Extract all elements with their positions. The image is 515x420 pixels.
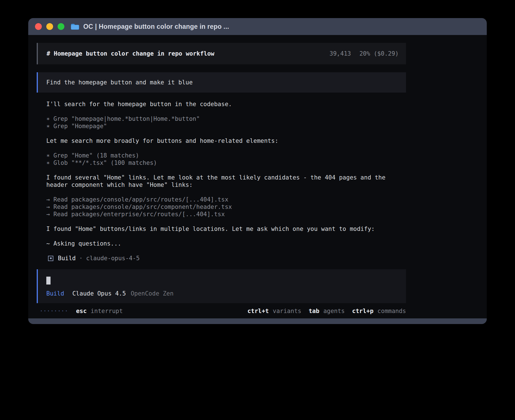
status-left: ········ esc interrupt <box>37 308 123 314</box>
provider-label: OpenCode Zen <box>131 290 174 297</box>
tool-call-group-grep-1: ∗ Grep "homepage|home.*button|Home.*butt… <box>46 115 478 130</box>
model-name-label: Claude Opus 4.5 <box>72 290 126 297</box>
agent-mode-label: Build <box>46 290 64 297</box>
text-cursor <box>46 277 51 285</box>
titlebar[interactable]: OC | Homepage button color change in rep… <box>28 18 487 35</box>
agent-model: claude-opus-4-5 <box>86 255 140 262</box>
assistant-text: Let me search more broadly for buttons a… <box>46 137 478 145</box>
assistant-text: I found "Home" buttons/links in multiple… <box>46 225 405 233</box>
token-count: 39,413 <box>329 50 351 57</box>
context-cost: 20% ($0.29) <box>359 50 399 57</box>
agent-separator: · <box>79 255 83 262</box>
keyboard-hints: ctrl+tvariants tabagents ctrl+pcommands <box>247 308 406 314</box>
assistant-response: I'll search for the homepage button in t… <box>37 100 478 262</box>
tool-call-read: → Read packages/console/app/src/componen… <box>46 203 478 211</box>
session-content: # Homepage button color change in repo w… <box>28 35 487 314</box>
hint-label: variants <box>273 308 301 314</box>
close-button[interactable] <box>35 23 42 30</box>
tool-call-group-grep-2: ∗ Grep "Home" (18 matches) ∗ Glob "**/*.… <box>46 152 478 167</box>
status-bar: ········ esc interrupt ctrl+tvariants ta… <box>37 308 406 314</box>
tool-call-grep: ∗ Grep "homepage|home.*button|Home.*butt… <box>46 115 478 123</box>
folder-icon <box>71 23 79 30</box>
tool-call-read: → Read packages/console/app/src/routes/[… <box>46 196 478 203</box>
model-row: Build Claude Opus 4.5 OpenCode Zen <box>46 290 399 297</box>
tool-call-group-read: → Read packages/console/app/src/routes/[… <box>46 196 478 218</box>
hint-label: commands <box>377 308 406 314</box>
esc-key-label: interrupt <box>91 308 123 314</box>
hint-agents: tabagents <box>309 308 345 314</box>
session-title: # Homepage button color change in repo w… <box>47 50 214 57</box>
tool-call-grep: ∗ Grep "Homepage" <box>46 123 478 130</box>
traffic-lights <box>35 23 64 30</box>
tool-call-glob: ∗ Glob "**/*.tsx" (100 matches) <box>46 159 478 167</box>
hint-variants: ctrl+tvariants <box>247 308 301 314</box>
agent-square-icon <box>48 256 53 261</box>
asking-questions-status: ~ Asking questions... <box>46 240 478 247</box>
session-header: # Homepage button color change in repo w… <box>37 43 406 64</box>
assistant-text: I found several "Home" links. Let me loo… <box>46 174 405 189</box>
terminal-content[interactable]: # Homepage button color change in repo w… <box>28 35 487 318</box>
assistant-text: I'll search for the homepage button in t… <box>46 100 478 108</box>
tool-call-grep: ∗ Grep "Home" (18 matches) <box>46 152 478 159</box>
agent-status-row: Build · claude-opus-4-5 <box>46 255 478 262</box>
hint-key: ctrl+t <box>247 308 269 314</box>
agent-name: Build <box>58 255 76 262</box>
esc-key-hint: esc <box>76 308 87 314</box>
spinner-dots-icon: ········ <box>40 308 68 314</box>
terminal-window: OC | Homepage button color change in rep… <box>28 18 487 324</box>
minimize-button[interactable] <box>46 23 53 30</box>
tool-call-read: → Read packages/enterprise/src/routes/[.… <box>46 211 478 218</box>
user-message: Find the homepage button and make it blu… <box>37 72 406 93</box>
prompt-input[interactable]: Build Claude Opus 4.5 OpenCode Zen <box>37 269 406 303</box>
hint-label: agents <box>323 308 345 314</box>
window-title: OC | Homepage button color change in rep… <box>83 23 229 30</box>
hint-commands: ctrl+pcommands <box>352 308 406 314</box>
hint-key: ctrl+p <box>352 308 374 314</box>
user-message-text: Find the homepage button and make it blu… <box>46 79 193 86</box>
session-stats: 39,413 20% ($0.29) <box>329 50 399 57</box>
hint-key: tab <box>309 308 319 314</box>
zoom-button[interactable] <box>58 23 64 30</box>
